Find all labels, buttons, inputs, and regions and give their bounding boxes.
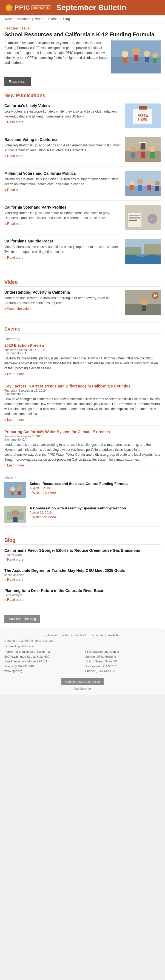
blog-link-1[interactable]: » Read more [5,558,23,562]
blog-link-3[interactable]: » Read more [5,598,23,601]
svg-rect-32 [150,152,155,158]
featured-image [111,40,160,73]
video-item: Understanding Poverty in California More… [5,290,160,315]
blog-title-2: The Associate Degree for Transfer May He… [5,568,160,573]
blog-section: Blog Californians Favor Stronger Efforts… [0,534,165,628]
pub-image-1: VOTE HERE [125,103,160,128]
svg-line-7 [11,10,12,11]
pub-image-svg-1: VOTE HERE [125,103,160,128]
address-left: Public Policy Institute of California 50… [5,649,80,674]
recent-watch-link-1[interactable]: » Watch the video [30,491,56,495]
svg-rect-66 [17,491,21,495]
svg-rect-42 [148,185,151,191]
pub-item-5: Californians and the Coast Most Californ… [5,239,160,268]
linkedin-link[interactable]: LinkedIn [91,633,103,637]
blog-title-3: Planning for a Drier Future in the Color… [5,589,160,593]
pub-read-more-5[interactable]: » Read more [5,256,23,259]
pub-read-more-3[interactable]: » Read more [5,188,23,192]
svg-line-6 [6,5,6,5]
featured-label: Featured Issue [5,26,160,30]
svg-point-31 [149,146,156,152]
event-link-1[interactable]: » Learn more [5,372,24,376]
svg-point-65 [17,486,22,491]
address-left-phone: Phone: (415) 291-4400 [5,664,80,669]
youtube-link[interactable]: YouTube [107,633,119,637]
svg-text:HERE: HERE [138,118,147,121]
address-right-org: PPIC Sacramento Center [85,649,160,654]
subscribe-blog-button[interactable]: Subscribe the blog [5,615,40,623]
years-badge: 25 YEARS [31,5,51,10]
event-link-2[interactable]: » Learn more [5,418,24,422]
featured-title: School Resources and California's K-12 F… [5,31,160,38]
pub-title-4: California Voter and Party Profiles [5,205,122,210]
video-text: Understanding Poverty in California More… [5,290,122,315]
facebook-link[interactable]: Facebook [74,633,86,637]
pub-desc-1: Likely voters are disproportionately whi… [5,109,122,119]
svg-rect-24 [139,106,147,110]
address-left-city: San Francisco, California 94111 [5,659,80,664]
copyright: Copyright © 2019. All rights reserved. [5,639,160,642]
svg-text:✓: ✓ [151,216,154,221]
svg-line-8 [11,5,12,5]
event-title-3: Preparing California's Water System for … [5,430,160,434]
svg-point-1 [7,6,11,10]
featured-section: Featured Issue School Resources and Cali… [0,23,165,89]
nav-blog[interactable]: Blog [63,17,70,21]
featured-image-svg [111,40,160,73]
unsubscribe-link[interactable]: Unsubscribe [74,687,91,690]
pub-read-more-4[interactable]: » Read more [5,222,23,226]
recent-date-2: August 15, 2019 [30,511,160,514]
event-link-3[interactable]: » Learn more [5,463,24,467]
address-right-phone: Phone: (916) 440-1120 [85,669,160,674]
logo-text: PPIC [15,4,30,11]
ppic-logo-icon [5,3,13,12]
address-right: PPIC Sacramento Center Senator Office Bu… [85,649,160,674]
recent-item-1: School Resources and the Local Control F… [5,482,160,502]
svg-rect-54 [125,247,141,255]
blog-link-2[interactable]: » Read more [5,578,23,582]
video-image [125,290,160,315]
svg-rect-13 [123,57,127,63]
svg-rect-55 [144,244,160,255]
event-item-1: 2020 Election Preview Tuesday, September… [5,343,160,380]
recent-title-1: School Resources and the Local Control F… [30,482,160,486]
svg-rect-62 [5,482,26,498]
event-desc-2: How have changes in crime rates and rece… [5,396,160,416]
video-heading: Video [5,279,160,287]
footer: Follow us: Twitter | Facebook | LinkedIn… [0,629,165,695]
recent-title-2: A Conversation with Assembly Speaker Ant… [30,506,160,510]
event-meta-1: Tuesday, September 17, 2019Sacramento, C… [5,348,160,355]
video-watch-link[interactable]: » Watch the video [5,307,31,311]
recent-thumb-2 [5,506,26,523]
pub-read-more-1[interactable]: » Read more [5,120,23,124]
recent-watch-link-2[interactable]: » Watch the video [30,515,56,519]
pub-desc-4: Voter registration is up, and the share … [5,210,122,220]
blog-author-1: Rachel Ward [5,553,160,557]
pub-title-1: California's Likely Voters [5,103,122,108]
pub-text-1: California's Likely Voters Likely voters… [5,103,122,128]
twitter-link[interactable]: Twitter [60,633,69,637]
blog-author-3: Lori Pottinger [5,593,160,597]
pub-item-4: California Voter and Party Profiles Vote… [5,205,160,234]
recent-text-1: School Resources and the Local Control F… [30,482,160,498]
nav-new-publications[interactable]: New Publications [5,17,30,21]
pub-desc-5: Most Californians see coastal conditions… [5,244,122,254]
svg-point-16 [144,51,150,57]
pub-image-3 [125,171,160,196]
blog-heading: Blog [5,538,160,545]
pub-item-2: Race and Voting in California Voter regi… [5,137,160,167]
blog-author-2: Jacob Jackson [5,573,160,577]
update-prefs-button[interactable]: Update email preferences [61,678,104,685]
pub-read-more-2[interactable]: » Read more [5,154,23,158]
pub-image-svg-5 [125,239,160,264]
nav-events[interactable]: Events [48,17,58,21]
featured-read-more-button[interactable]: Read more [5,77,31,86]
pub-desc-2: Voter registration is up, and Latinos an… [5,143,122,153]
events-heading: Events [5,326,160,334]
featured-description: Established by state policymakers six ye… [5,40,108,73]
svg-rect-19 [153,58,157,63]
pub-text-4: California Voter and Party Profiles Vote… [5,205,122,230]
video-image-svg [125,290,160,315]
pub-title-2: Race and Voting in California [5,137,122,142]
nav-video[interactable]: Video [35,17,43,21]
